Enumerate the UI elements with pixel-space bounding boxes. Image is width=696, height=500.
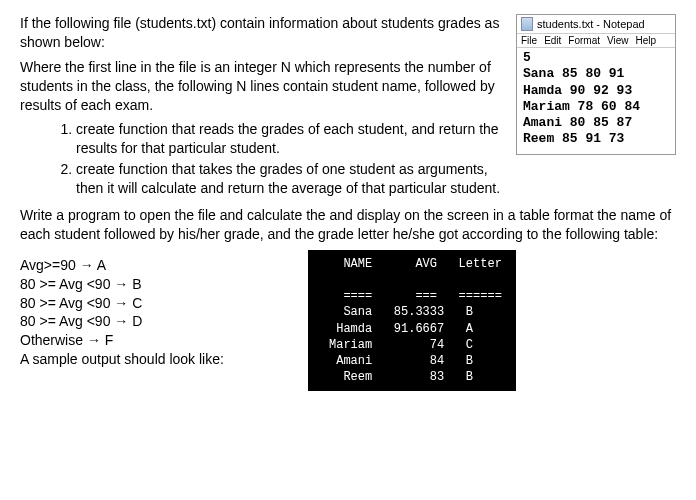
menu-edit[interactable]: Edit [544,35,561,46]
sample-output-label: A sample output should look like: [20,350,224,369]
notepad-content: 5 Sana 85 80 91 Hamda 90 92 93 Mariam 78… [517,48,675,154]
notepad-window: students.txt - Notepad File Edit Format … [516,14,676,155]
write-program-paragraph: Write a program to open the file and cal… [20,206,676,244]
notepad-title-text: students.txt - Notepad [537,18,645,30]
notepad-titlebar: students.txt - Notepad [517,15,675,34]
menu-file[interactable]: File [521,35,537,46]
menu-view[interactable]: View [607,35,629,46]
rule-d: 80 >= Avg <90 → D [20,312,224,331]
sample-output-console: NAME AVG Letter ==== === ====== Sana 85.… [308,250,516,392]
grade-rules: Avg>=90 → A 80 >= Avg <90 → B 80 >= Avg … [20,256,224,369]
rule-a: Avg>=90 → A [20,256,224,275]
rule-c: 80 >= Avg <90 → C [20,294,224,313]
menu-help[interactable]: Help [636,35,657,46]
task-item-2: create function that takes the grades of… [76,160,676,198]
menu-format[interactable]: Format [568,35,600,46]
notepad-file-icon [521,17,533,31]
rule-b: 80 >= Avg <90 → B [20,275,224,294]
notepad-menubar: File Edit Format View Help [517,34,675,48]
rule-f: Otherwise → F [20,331,224,350]
